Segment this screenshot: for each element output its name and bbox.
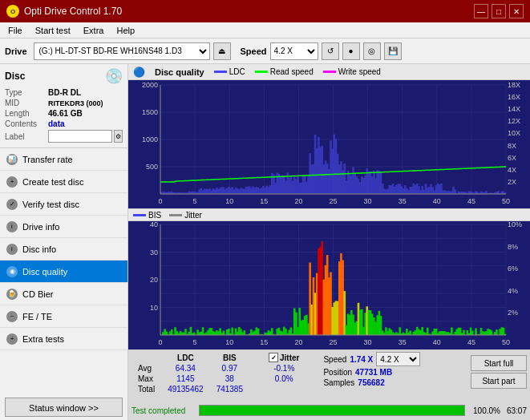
jitter-checkbox[interactable]: ✓ xyxy=(269,353,278,362)
legend-jitter-label: Jitter xyxy=(184,211,202,220)
menu-help[interactable]: Help xyxy=(111,25,140,36)
position-label: Position xyxy=(323,368,352,377)
type-value: BD-R DL xyxy=(48,88,81,97)
nav-item-create-test-disc[interactable]: + Create test disc xyxy=(0,171,127,193)
nav-item-verify-test-disc[interactable]: ✓ Verify test disc xyxy=(0,193,127,216)
toolbar-btn1[interactable]: ↺ xyxy=(322,42,339,60)
title-bar: O Opti Drive Control 1.70 — □ ✕ xyxy=(0,0,530,22)
content-area: 🔵 Disc quality LDC Read speed Write spee… xyxy=(128,64,530,420)
disc-info-icon: i xyxy=(6,244,18,255)
toolbar-btn4[interactable]: 💾 xyxy=(384,42,402,60)
menu-file[interactable]: File xyxy=(3,25,27,36)
chart1-wrapper xyxy=(128,80,530,208)
col-ldc: LDC xyxy=(161,352,210,363)
nav-label-verify-test-disc: Verify test disc xyxy=(22,200,79,209)
total-label: Total xyxy=(131,384,161,394)
speed-label: Speed xyxy=(241,46,267,56)
contents-label: Contents xyxy=(5,119,48,128)
extra-tests-icon: + xyxy=(6,333,18,345)
legend-bis: BIS xyxy=(133,211,161,220)
nav-item-extra-tests[interactable]: + Extra tests xyxy=(0,328,127,350)
speed-selector[interactable]: 4.2 X xyxy=(270,42,318,60)
total-ldc: 49135462 xyxy=(161,384,210,394)
nav-item-transfer-rate[interactable]: 📊 Transfer rate xyxy=(0,148,127,171)
ldc-chart xyxy=(128,80,530,208)
progress-row: Test completed 100.0% 63:07 xyxy=(131,402,527,418)
disc-icon: 💿 xyxy=(105,67,123,85)
disc-quality-icon: ◉ xyxy=(6,266,18,277)
maximize-button[interactable]: □ xyxy=(492,4,506,18)
status-window-button[interactable]: Status window >> xyxy=(5,398,123,417)
sidebar: Disc 💿 Type BD-R DL MID RITEKDR3 (000) L… xyxy=(0,64,128,420)
label-set-button[interactable]: ⚙ xyxy=(114,130,123,143)
chart-title: Disc quality xyxy=(155,67,204,77)
app-title: Opti Drive Control 1.70 xyxy=(24,6,122,17)
legend-bis-label: BIS xyxy=(148,211,161,220)
contents-value: data xyxy=(48,119,65,128)
position-row: Position 47731 MB xyxy=(323,368,420,377)
disc-label-label: Label xyxy=(5,132,48,141)
total-bis: 741385 xyxy=(210,384,249,394)
nav-item-drive-info[interactable]: i Drive info xyxy=(0,216,127,238)
nav-label-disc-quality: Disc quality xyxy=(22,267,67,277)
disc-panel: Disc 💿 Type BD-R DL MID RITEKDR3 (000) L… xyxy=(0,64,127,148)
nav-label-drive-info: Drive info xyxy=(22,222,59,232)
nav-item-disc-quality[interactable]: ◉ Disc quality xyxy=(0,260,127,283)
drive-selector[interactable]: (G:) HL-DT-ST BD-RE WH16NS48 1.D3 xyxy=(34,42,210,60)
chart-header: 🔵 Disc quality LDC Read speed Write spee… xyxy=(128,64,530,80)
legend-jitter: Jitter xyxy=(169,211,202,220)
speed-label-stat: Speed xyxy=(323,355,346,364)
menu-extra[interactable]: Extra xyxy=(79,25,109,36)
type-label: Type xyxy=(5,88,48,97)
col-bis: BIS xyxy=(210,352,249,363)
eject-button[interactable]: ⏏ xyxy=(213,42,231,60)
charts-container: BIS Jitter xyxy=(128,80,530,349)
toolbar-btn3[interactable]: ◎ xyxy=(363,42,381,60)
stats-bar: LDC BIS ✓ Jitter xyxy=(128,349,530,420)
nav-item-fe-te[interactable]: ~ FE / TE xyxy=(0,305,127,328)
nav-item-disc-info[interactable]: i Disc info xyxy=(0,238,127,260)
start-full-button[interactable]: Start full xyxy=(471,355,527,371)
drive-label: Drive xyxy=(5,46,27,56)
max-bis: 38 xyxy=(210,374,249,384)
legend-read-speed-label: Read speed xyxy=(270,67,314,76)
position-value: 47731 MB xyxy=(355,368,392,377)
start-part-button[interactable]: Start part xyxy=(471,373,527,389)
mid-value: RITEKDR3 (000) xyxy=(48,99,103,107)
length-label: Length xyxy=(5,109,48,118)
avg-label: Avg xyxy=(131,363,161,374)
nav-item-cd-bier[interactable]: 🍺 CD Bier xyxy=(0,283,127,305)
avg-ldc: 64.34 xyxy=(161,363,210,374)
max-jitter: 0.0% xyxy=(262,374,305,384)
nav-label-extra-tests: Extra tests xyxy=(22,334,64,344)
speed-value: 1.74 X xyxy=(350,355,373,364)
speed-selector-stats[interactable]: 4.2 X xyxy=(376,352,420,366)
jitter-label: Jitter xyxy=(280,353,299,362)
minimize-button[interactable]: — xyxy=(474,4,488,18)
app-icon: O xyxy=(6,5,19,18)
progress-percent: 100.0% xyxy=(468,406,500,415)
status-text: Test completed xyxy=(131,406,196,415)
stats-table: LDC BIS ✓ Jitter xyxy=(131,352,305,394)
legend-write-speed: Write speed xyxy=(323,67,381,76)
samples-label: Samples xyxy=(323,378,354,387)
samples-row: Samples 756682 xyxy=(323,378,420,387)
nav-label-create-test-disc: Create test disc xyxy=(22,177,83,187)
fe-te-icon: ~ xyxy=(6,311,18,322)
close-button[interactable]: ✕ xyxy=(509,4,524,18)
max-label: Max xyxy=(131,374,161,384)
verify-test-disc-icon: ✓ xyxy=(6,199,18,210)
toolbar-btn2[interactable]: ● xyxy=(342,42,360,60)
transfer-rate-icon: 📊 xyxy=(6,154,18,165)
cd-bier-icon: 🍺 xyxy=(6,289,18,300)
progress-bar xyxy=(199,405,465,416)
drive-info-icon: i xyxy=(6,221,18,232)
legend-ldc-label: LDC xyxy=(229,67,245,76)
max-ldc: 1145 xyxy=(161,374,210,384)
length-value: 46.61 GB xyxy=(48,109,83,118)
menu-start-test[interactable]: Start test xyxy=(30,25,75,36)
disc-label-input[interactable] xyxy=(48,130,112,143)
col-jitter-check: ✓ Jitter xyxy=(262,352,305,363)
bis-chart xyxy=(128,221,530,349)
disc-title: Disc xyxy=(5,71,25,82)
